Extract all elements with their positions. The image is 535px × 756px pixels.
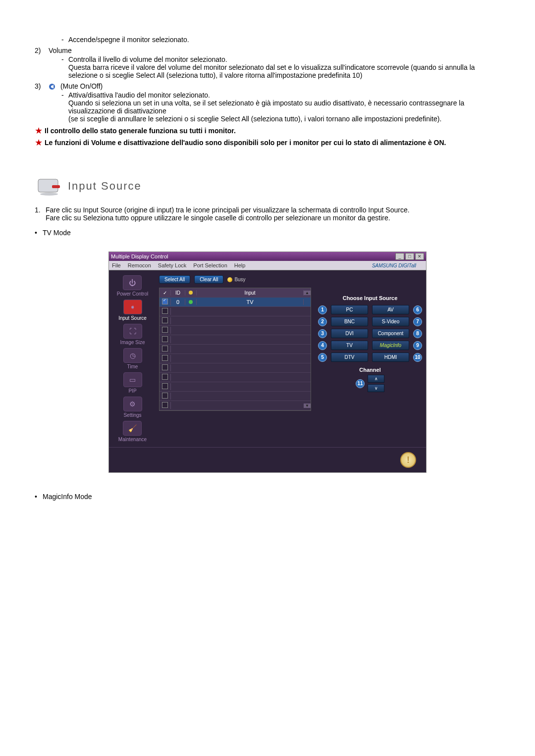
- monitor-grid: ✓ ID Input ▲ 0 TV: [159, 288, 311, 411]
- grid-row-empty[interactable]: [160, 363, 311, 373]
- clear-all-button[interactable]: Clear All: [194, 275, 223, 284]
- app-titlebar: Multiple Display Control _ □ ✕: [109, 252, 426, 261]
- section-header: Input Source: [37, 176, 505, 196]
- grid-row-empty[interactable]: [160, 335, 311, 345]
- badge-9: 9: [413, 341, 422, 350]
- src-dtv[interactable]: DTV: [331, 353, 368, 362]
- src-tv[interactable]: TV: [331, 341, 368, 350]
- src-component[interactable]: Component: [372, 329, 409, 338]
- badge-1: 1: [318, 305, 327, 314]
- image-size-icon: ⛶: [123, 324, 142, 339]
- channel-up-button[interactable]: ∧: [368, 375, 384, 383]
- star-icon: ★: [35, 139, 45, 147]
- menu-safety-lock[interactable]: Safety Lock: [158, 262, 186, 268]
- select-all-button[interactable]: Select All: [159, 275, 190, 284]
- row0-input: TV: [197, 299, 304, 305]
- app-title: Multiple Display Control: [111, 253, 168, 259]
- app-body: ⏻ Power Control ➧ Input Source ⛶ Image S…: [109, 270, 426, 447]
- source-grid: 1 PC AV 6 2 BNC S-Video 7 3 DVI Componen…: [318, 305, 422, 362]
- sidebar-pip[interactable]: ▭ PIP: [123, 372, 142, 394]
- top-list: - Accende/spegne il monitor selezionato.…: [35, 36, 505, 123]
- item3-sub-line3: (se si sceglie di annullare le selezioni…: [68, 115, 505, 123]
- src-bnc[interactable]: BNC: [331, 317, 368, 326]
- grid-row-0[interactable]: 0 TV: [160, 298, 311, 307]
- menu-port-selection[interactable]: Port Selection: [193, 262, 227, 268]
- item3-sub: - Attiva/disattiva l'audio del monitor s…: [61, 91, 505, 123]
- time-icon: ◷: [123, 348, 142, 363]
- badge-4: 4: [318, 341, 327, 350]
- grid-row-empty[interactable]: [160, 382, 311, 392]
- src-pc[interactable]: PC: [331, 305, 368, 314]
- menu-help[interactable]: Help: [234, 262, 246, 268]
- sidebar-settings[interactable]: ⚙ Settings: [123, 397, 142, 418]
- app-menubar: File Remocon Safety Lock Port Selection …: [109, 261, 426, 270]
- badge-5: 5: [318, 353, 327, 362]
- mute-icon: [49, 83, 57, 90]
- item3-num: 3): [35, 82, 49, 90]
- grid-row-empty[interactable]: [160, 316, 311, 326]
- row0-checkbox[interactable]: [162, 299, 168, 304]
- badge-2: 2: [318, 317, 327, 326]
- src-dvi[interactable]: DVI: [331, 329, 368, 338]
- grid-row-empty[interactable]: [160, 326, 311, 335]
- item1-sub: - Accende/spegne il monitor selezionato.: [61, 36, 505, 44]
- item2: 2) Volume: [35, 47, 505, 54]
- sidebar-image-size[interactable]: ⛶ Image Size: [120, 324, 145, 345]
- grid-row-empty[interactable]: [160, 373, 311, 382]
- sidebar-power-control[interactable]: ⏻ Power Control: [117, 275, 148, 297]
- badge-6: 6: [413, 305, 422, 314]
- panel-title: Choose Input Source: [318, 295, 422, 301]
- right-panel: Choose Input Source 1 PC AV 6 2 BNC S-Vi…: [314, 270, 426, 447]
- bullet-dot: •: [35, 493, 43, 501]
- item1-sub-text: Accende/spegne il monitor selezionato.: [68, 36, 189, 44]
- sidebar-maintenance[interactable]: 🧹 Maintenance: [118, 421, 147, 442]
- bullet-dot: •: [35, 229, 43, 237]
- badge-7: 7: [413, 317, 422, 326]
- src-hdmi[interactable]: HDMI: [372, 353, 409, 362]
- src-magicinfo[interactable]: MagicInfo: [372, 341, 409, 350]
- bullet-tv-label: TV Mode: [43, 229, 71, 237]
- row0-id: 0: [171, 299, 185, 305]
- busy-dot-icon: [227, 277, 232, 282]
- channel-block: Channel 11 ∧ ∨: [318, 367, 422, 392]
- item3-label: (Mute On/Off): [60, 82, 103, 90]
- svg-point-2: [40, 193, 58, 196]
- sidebar: ⏻ Power Control ➧ Input Source ⛶ Image S…: [109, 270, 156, 447]
- scroll-down[interactable]: ▼: [304, 403, 311, 408]
- src-svideo[interactable]: S-Video: [372, 317, 409, 326]
- star-icon: ★: [35, 127, 45, 135]
- grid-header: ✓ ID Input ▲: [160, 288, 311, 298]
- item3-sub-line1: Attiva/disattiva l'audio del monitor sel…: [68, 91, 505, 99]
- channel-down-button[interactable]: ∨: [368, 384, 384, 392]
- menu-file[interactable]: File: [112, 262, 121, 268]
- grid-row-empty[interactable]: [160, 345, 311, 354]
- sidebar-input-source[interactable]: ➧ Input Source: [118, 300, 147, 321]
- app-window: Multiple Display Control _ □ ✕ File Remo…: [108, 252, 427, 473]
- menu-remocon[interactable]: Remocon: [128, 262, 151, 268]
- para-1-num: 1.: [35, 206, 46, 222]
- grid-row-empty[interactable]: [160, 307, 311, 316]
- center-panel: Select All Clear All Busy ✓ ID Input ▲: [156, 270, 314, 447]
- src-av[interactable]: AV: [372, 305, 409, 314]
- channel-label: Channel: [318, 367, 422, 373]
- para-1: 1. Fare clic su Input Source (origine di…: [35, 206, 505, 222]
- sidebar-time[interactable]: ◷ Time: [123, 348, 142, 369]
- star-note-2: ★ Le funzioni di Volume e disattivazione…: [35, 139, 505, 147]
- control-buttons: Select All Clear All Busy: [159, 275, 311, 284]
- grid-row-empty[interactable]: [160, 354, 311, 363]
- grid-row-empty[interactable]: [160, 392, 311, 401]
- scroll-up[interactable]: ▲: [304, 291, 311, 295]
- para-1-line1: Fare clic su Input Source (origine di in…: [46, 206, 410, 214]
- bullet-magicinfo-mode: • MagicInfo Mode: [35, 493, 505, 501]
- close-button[interactable]: ✕: [415, 253, 424, 260]
- bullet-tv-mode: • TV Mode: [35, 229, 505, 237]
- grid-row-empty[interactable]: ▼: [160, 401, 311, 410]
- row0-status-icon: [189, 300, 193, 304]
- grid-hdr-chk[interactable]: ✓: [160, 290, 171, 296]
- minimize-button[interactable]: _: [395, 253, 404, 260]
- grid-hdr-id: ID: [171, 290, 185, 296]
- maximize-button[interactable]: □: [405, 253, 414, 260]
- bullet-magicinfo-label: MagicInfo Mode: [43, 493, 92, 501]
- item3: 3) (Mute On/Off): [35, 82, 505, 90]
- star-note-1: ★ Il controllo dello stato generale funz…: [35, 127, 505, 135]
